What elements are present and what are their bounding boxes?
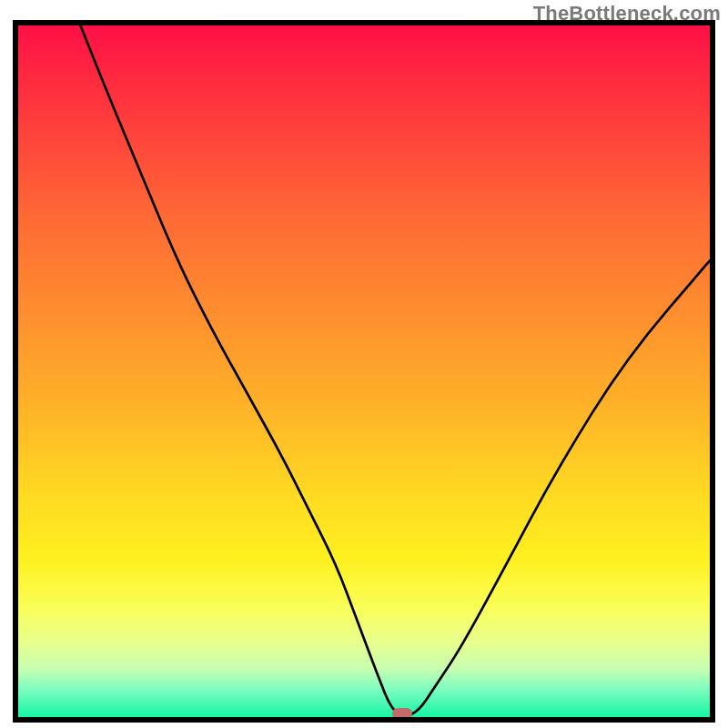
chart-stage: TheBottleneck.com: [0, 0, 728, 728]
plot-frame: [13, 20, 715, 723]
trough-marker-icon: [392, 708, 412, 719]
heat-gradient-background: [18, 25, 710, 717]
